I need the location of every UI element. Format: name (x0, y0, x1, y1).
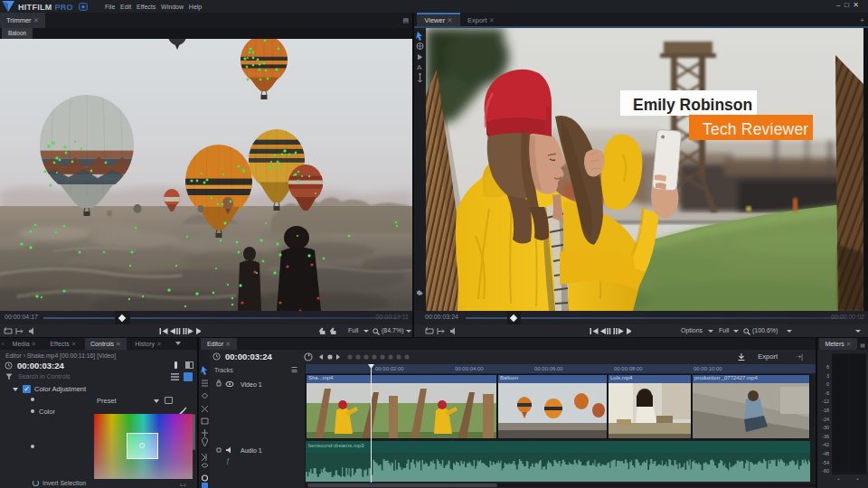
svg-text:Audio 1: Audio 1 (241, 447, 262, 454)
svg-text:A: A (417, 63, 422, 71)
svg-text:Video 1: Video 1 (241, 381, 262, 388)
